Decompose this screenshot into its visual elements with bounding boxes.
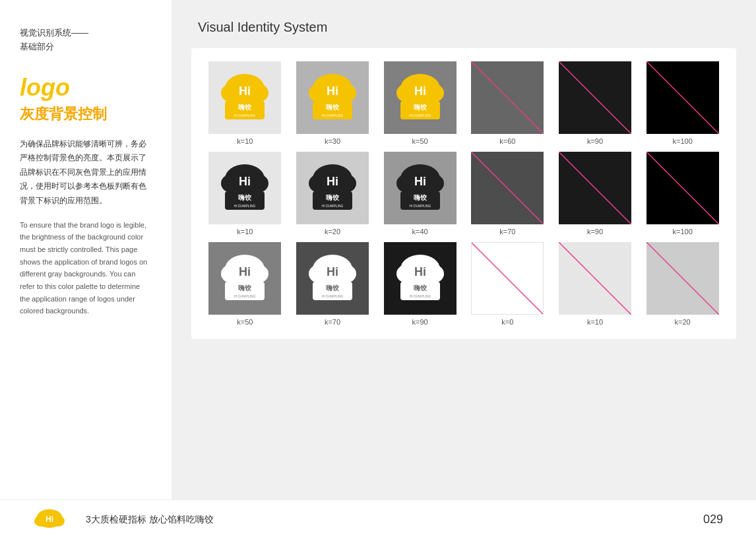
grid-item: k=100	[642, 152, 723, 236]
svg-line-46	[559, 152, 631, 224]
svg-text:HI DUMPLING: HI DUMPLING	[234, 113, 256, 117]
svg-text:Hi: Hi	[327, 175, 338, 188]
svg-text:HI DUMPLING: HI DUMPLING	[322, 294, 344, 298]
svg-text:Hi: Hi	[414, 265, 426, 278]
label-r2c1: k=10	[237, 228, 253, 236]
label-r2c5: k=90	[587, 228, 603, 236]
logo-box-r1c3: Hi 嗨饺 HI DUMPLING	[384, 61, 457, 134]
header-en: Visual Identity System	[198, 20, 327, 35]
diagonal-box-r3c4	[471, 242, 544, 315]
svg-text:Hi: Hi	[414, 84, 426, 98]
svg-point-74	[51, 516, 65, 526]
label-r1c4: k=60	[499, 137, 515, 145]
diagonal-box-r2c5	[559, 152, 631, 224]
svg-line-22	[559, 61, 631, 134]
svg-text:嗨饺: 嗨饺	[238, 104, 252, 111]
diagonal-box-r1c6	[646, 61, 719, 134]
grid-item: k=10	[555, 242, 636, 326]
grid-item: Hi 嗨饺 HI DUMPLING k=10	[205, 152, 286, 236]
svg-text:嗨饺: 嗨饺	[326, 284, 340, 292]
svg-text:嗨饺: 嗨饺	[414, 194, 427, 201]
label-r3c1: k=50	[237, 318, 253, 326]
label-r3c4: k=0	[501, 318, 513, 326]
label-r1c1: k=10	[237, 137, 253, 145]
svg-line-21	[471, 61, 544, 134]
grid-item: k=100	[642, 61, 723, 145]
label-r1c5: k=90	[587, 137, 603, 145]
svg-text:嗨饺: 嗨饺	[238, 194, 252, 201]
diagonal-box-r1c4	[471, 61, 544, 134]
label-r2c2: k=20	[325, 228, 340, 236]
svg-text:Hi: Hi	[239, 175, 251, 188]
diagonal-box-r2c4	[471, 152, 544, 224]
logo-box-r3c2: Hi 嗨饺 HI DUMPLING	[296, 242, 369, 315]
svg-text:Hi: Hi	[239, 84, 251, 98]
svg-text:HI DUMPLING: HI DUMPLING	[322, 204, 344, 208]
diagonal-box-r3c5	[559, 242, 631, 315]
svg-text:HI DUMPLING: HI DUMPLING	[409, 204, 431, 208]
grid-item: k=60	[467, 61, 548, 145]
page-header: Visual Identity System	[191, 20, 736, 35]
main-content: Visual Identity System Hi 嗨饺 HI DUMPLING	[172, 0, 756, 539]
svg-line-23	[646, 61, 719, 134]
svg-line-70	[559, 242, 631, 315]
grid-item: Hi 嗨饺 HI DUMPLING k=30	[292, 61, 373, 145]
footer: Hi 3大质检硬指标 放心馅料吃嗨饺 029	[0, 499, 756, 539]
svg-text:HI DUMPLING: HI DUMPLING	[409, 113, 431, 117]
logo-box-r2c2: Hi 嗨饺 HI DUMPLING	[296, 152, 369, 224]
footer-logo: Hi	[33, 508, 66, 531]
label-r3c5: k=10	[587, 318, 603, 326]
label-r1c3: k=50	[412, 137, 428, 145]
label-r1c6: k=100	[673, 137, 693, 145]
logo-subtitle: 灰度背景控制	[20, 104, 152, 124]
svg-line-47	[646, 152, 719, 224]
diagonal-box-r1c5	[559, 61, 631, 134]
label-r3c2: k=70	[325, 318, 340, 326]
svg-text:嗨饺: 嗨饺	[326, 104, 340, 111]
grid-item: k=70	[467, 152, 548, 236]
grid-item: k=20	[642, 242, 723, 326]
diagonal-box-r2c6	[646, 152, 719, 224]
svg-text:HI DUMPLING: HI DUMPLING	[322, 113, 344, 117]
logo-title: logo	[20, 74, 152, 102]
sidebar-desc-cn: 为确保品牌标识能够清晰可辨，务必严格控制背景色的亮度。本页展示了品牌标识在不同灰…	[20, 137, 152, 208]
grid-item: k=90	[555, 152, 636, 236]
svg-text:Hi: Hi	[239, 265, 251, 278]
svg-text:嗨饺: 嗨饺	[414, 284, 427, 292]
sidebar-desc-en: To ensure that the brand logo is legible…	[20, 219, 152, 318]
grid-item: Hi 嗨饺 HI DUMPLING k=10	[205, 61, 286, 145]
grid-item: Hi 嗨饺 HI DUMPLING k=50	[205, 242, 286, 326]
logo-box-r3c3: Hi 嗨饺 HI DUMPLING	[384, 242, 457, 315]
grid-item: k=0	[467, 242, 548, 326]
svg-text:嗨饺: 嗨饺	[326, 194, 340, 201]
grid-item: k=90	[555, 61, 636, 145]
footer-page-number: 029	[703, 513, 723, 526]
logo-box-r1c1: Hi 嗨饺 HI DUMPLING	[208, 61, 281, 134]
label-r2c6: k=100	[673, 228, 693, 236]
svg-line-71	[646, 242, 719, 315]
logo-box-r1c2: Hi 嗨饺 HI DUMPLING	[296, 61, 369, 134]
svg-text:Hi: Hi	[414, 175, 426, 188]
label-r3c6: k=20	[675, 318, 691, 326]
grid-item: Hi 嗨饺 HI DUMPLING k=70	[292, 242, 373, 326]
svg-text:嗨饺: 嗨饺	[414, 104, 427, 111]
svg-text:Hi: Hi	[327, 265, 338, 278]
label-r3c3: k=90	[412, 318, 428, 326]
label-r2c3: k=40	[412, 228, 428, 236]
footer-tagline: 3大质检硬指标 放心馅料吃嗨饺	[86, 514, 703, 526]
svg-text:Hi: Hi	[46, 515, 53, 524]
svg-text:Hi: Hi	[327, 84, 338, 98]
svg-line-45	[471, 152, 544, 224]
diagonal-box-r3c6	[646, 242, 719, 315]
grid-item: Hi 嗨饺 HI DUMPLING k=40	[379, 152, 460, 236]
label-r2c4: k=70	[499, 228, 515, 236]
logo-box-r2c1: Hi 嗨饺 HI DUMPLING	[208, 152, 281, 224]
svg-text:HI DUMPLING: HI DUMPLING	[409, 294, 431, 298]
svg-text:HI DUMPLING: HI DUMPLING	[234, 294, 256, 298]
grid-item: Hi 嗨饺 HI DUMPLING k=20	[292, 152, 373, 236]
sidebar: 视觉识别系统—— 基础部分 logo 灰度背景控制 为确保品牌标识能够清晰可辨，…	[0, 0, 172, 539]
sidebar-header: 视觉识别系统—— 基础部分	[20, 26, 152, 54]
label-r1c2: k=30	[325, 137, 340, 145]
svg-text:HI DUMPLING: HI DUMPLING	[234, 204, 256, 208]
grid-item: Hi 嗨饺 HI DUMPLING k=90	[379, 242, 460, 326]
